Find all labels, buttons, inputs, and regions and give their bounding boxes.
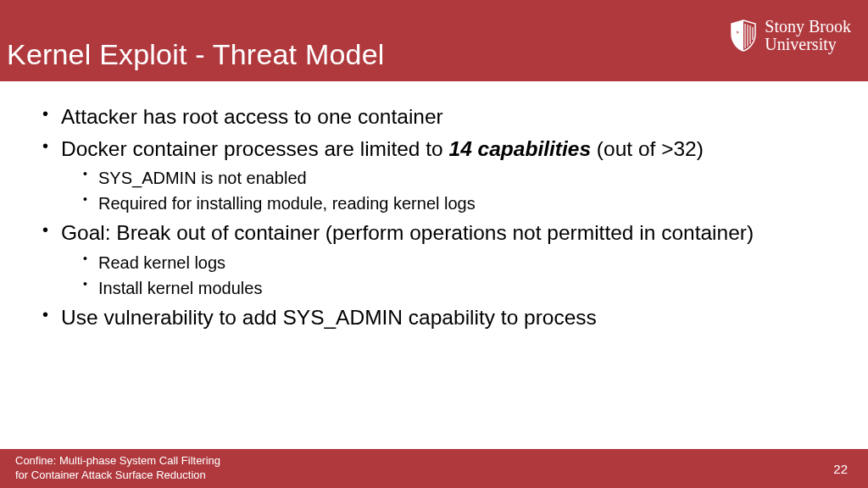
logo-line2: University [765,36,851,53]
slide-body: Attacker has root access to one containe… [0,81,868,449]
bullet-item: Use vulnerability to add SYS_ADMIN capab… [41,302,817,333]
sub-bullet-item: Required for installing module, reading … [61,191,817,216]
bullet-text: Goal: Break out of container (perform op… [61,221,754,244]
university-logo: Stony Brook University [729,18,851,53]
slide-title: Kernel Exploit - Threat Model [7,38,385,71]
logo-line1: Stony Brook [765,18,851,36]
sub-bullet-list: SYS_ADMIN is not enabled Required for in… [61,165,817,216]
bullet-item: Attacker has root access to one containe… [41,102,817,132]
page-number: 22 [833,462,848,476]
sub-bullet-item: Install kernel modules [61,275,817,301]
bullet-item: Docker container processes are limited t… [41,134,817,217]
bullet-text-bold: 14 capabilities [449,137,592,160]
shield-icon [729,19,758,53]
bullet-text: Use vulnerability to add SYS_ADMIN capab… [61,306,597,329]
slide: Kernel Exploit - Threat Model Stony Broo… [0,0,868,488]
slide-header: Kernel Exploit - Threat Model Stony Broo… [0,0,868,81]
footer-line2: for Container Attack Surface Reduction [15,469,220,483]
sub-bullet-text: Required for installing module, reading … [98,194,476,213]
sub-bullet-list: Read kernel logs Install kernel modules [61,250,817,301]
slide-footer: Confine: Multi-phase System Call Filteri… [0,449,868,488]
footer-title: Confine: Multi-phase System Call Filteri… [15,454,220,483]
sub-bullet-text: SYS_ADMIN is not enabled [98,169,307,187]
logo-text: Stony Brook University [765,18,851,53]
sub-bullet-item: SYS_ADMIN is not enabled [61,165,817,191]
bullet-item: Goal: Break out of container (perform op… [41,218,817,301]
footer-line1: Confine: Multi-phase System Call Filteri… [15,454,220,469]
bullet-list: Attacker has root access to one containe… [41,102,817,332]
sub-bullet-text: Install kernel modules [98,279,262,297]
bullet-text-pre: Docker container processes are limited t… [61,137,449,160]
bullet-text-post: (out of >32) [591,137,704,160]
sub-bullet-item: Read kernel logs [61,250,817,275]
sub-bullet-text: Read kernel logs [98,253,225,272]
bullet-text: Attacker has root access to one containe… [61,105,443,128]
